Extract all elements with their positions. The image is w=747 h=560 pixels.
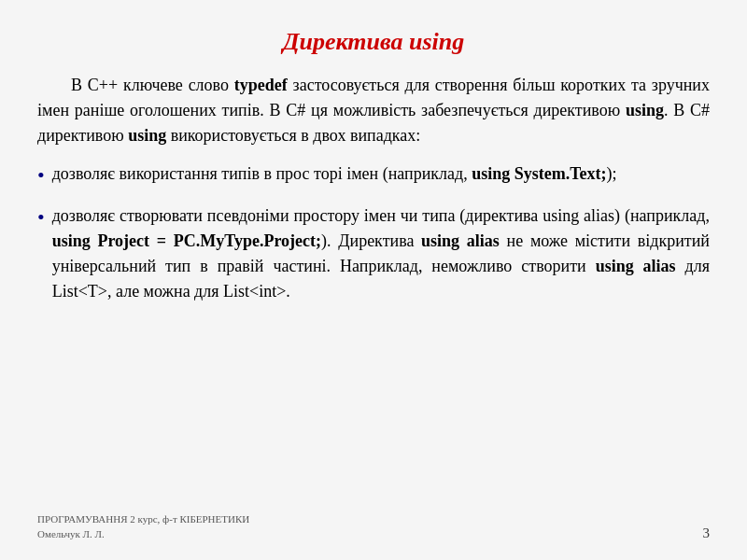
bullet-item-2: • дозволяє створювати псевдоніми простор… bbox=[37, 203, 710, 304]
bullet-list: • дозволяє використання типів в прос тор… bbox=[37, 161, 710, 317]
footer-line2: Омельчук Л. Л. bbox=[37, 527, 249, 541]
title-text: Директива using bbox=[283, 28, 464, 55]
footer-page-number: 3 bbox=[703, 525, 711, 541]
code-using-system-text: using System.Text; bbox=[472, 164, 606, 183]
footer: ПРОГРАМУВАННЯ 2 курс, ф-т КІБЕРНЕТИКИ Ом… bbox=[37, 503, 710, 541]
bullet-text-2: дозволяє створювати псевдоніми простору … bbox=[52, 203, 710, 304]
slide-title: Директива using bbox=[37, 28, 710, 56]
bullet-text-1: дозволяє використання типів в прос торі … bbox=[52, 161, 710, 187]
code-using-alias-1: using alias bbox=[421, 231, 500, 250]
bullet-item-1: • дозволяє використання типів в прос тор… bbox=[37, 161, 710, 190]
code-using-project: using Project = PC.MyType.Project; bbox=[52, 231, 321, 250]
using-keyword-1: using bbox=[626, 101, 664, 119]
footer-line1: ПРОГРАМУВАННЯ 2 курс, ф-т КІБЕРНЕТИКИ bbox=[37, 512, 249, 526]
bullet-dot-2: • bbox=[37, 202, 45, 232]
code-using-alias-2: using alias bbox=[596, 257, 676, 275]
using-keyword-2: using bbox=[128, 126, 166, 145]
typedef-keyword: typedef bbox=[234, 76, 288, 94]
bullet-dot-1: • bbox=[37, 160, 45, 190]
intro-paragraph: В С++ ключеве слово typedef застосовуєть… bbox=[37, 73, 710, 148]
slide: Директива using В С++ ключеве слово type… bbox=[0, 0, 747, 560]
footer-left: ПРОГРАМУВАННЯ 2 курс, ф-т КІБЕРНЕТИКИ Ом… bbox=[37, 512, 249, 541]
